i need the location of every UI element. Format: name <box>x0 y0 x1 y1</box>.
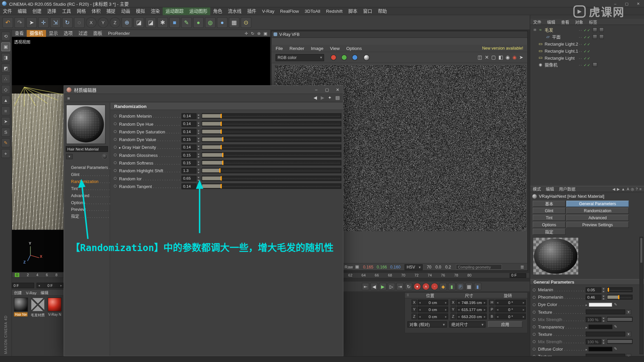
attr-value-field[interactable]: 0.46 <box>586 295 601 300</box>
expand-icon[interactable] <box>586 324 589 329</box>
secondary-viewport[interactable]: Y X Z <box>12 230 64 272</box>
object-tag-icon[interactable] <box>593 35 597 39</box>
nav-back-icon[interactable]: ◀ <box>612 187 615 191</box>
param-value-field[interactable]: 0.14 <box>181 183 196 189</box>
param-value-field[interactable]: 0.14 <box>181 121 196 127</box>
preview-ball-icon[interactable] <box>102 154 108 159</box>
object-tag-icon[interactable] <box>599 35 604 39</box>
text-size-icon[interactable]: A <box>627 187 629 191</box>
keyframe-selection-button[interactable]: ◆ <box>439 283 447 290</box>
menu-item[interactable]: 流水线 <box>225 7 245 15</box>
workplane-icon[interactable]: ⌗ <box>1 106 10 115</box>
material-browser-tab[interactable]: 编辑 <box>39 290 51 295</box>
red-channel-button[interactable] <box>331 55 336 60</box>
object-manager-tab[interactable]: 对象 <box>572 19 586 25</box>
texture-browse-button[interactable] <box>626 331 631 337</box>
render-view-icon[interactable]: ◪ <box>133 17 144 28</box>
object-row[interactable]: ▭ Rectangle Light.1 <box>530 47 644 54</box>
material-channel-item[interactable]: Advanced <box>64 192 110 199</box>
snap-grid-button[interactable]: ▦ <box>465 283 473 290</box>
blue-channel-button[interactable] <box>352 55 358 60</box>
attr-value-field[interactable]: 100 % <box>586 339 601 344</box>
param-slider[interactable] <box>202 129 341 134</box>
array-icon[interactable]: ▦ <box>229 17 239 28</box>
vfb-menu-item[interactable]: Options <box>346 46 362 51</box>
move-tool-icon[interactable]: ✛ <box>38 17 49 28</box>
size-field[interactable]: 663.203 cm <box>457 314 487 319</box>
enable-checks[interactable] <box>584 48 591 53</box>
search-icon[interactable]: ◎ <box>631 187 634 191</box>
goto-end-button[interactable]: ⇥ <box>396 283 404 290</box>
enable-checks[interactable] <box>584 62 591 67</box>
menu-item[interactable]: 3DToAll <box>302 7 323 15</box>
sphere-icon[interactable]: ● <box>217 17 228 28</box>
value-stepper[interactable] <box>197 152 201 158</box>
animation-dot-icon[interactable] <box>114 122 117 125</box>
live-selection-icon[interactable]: ➤ <box>26 17 37 28</box>
object-row[interactable]: ▭ Rectangle Light.2 <box>530 40 644 47</box>
visibility-dots[interactable] <box>579 48 582 53</box>
attributes-scrollbar[interactable] <box>640 237 643 354</box>
animation-dot-icon[interactable] <box>114 130 117 133</box>
texture-field[interactable] <box>586 309 625 314</box>
param-slider[interactable] <box>202 183 341 189</box>
size-field[interactable]: 748.195 cm <box>457 300 487 305</box>
interactive-render-icon[interactable]: ◉ <box>512 55 517 60</box>
enable-checks[interactable] <box>584 41 591 46</box>
model-mode-icon[interactable]: ▣ <box>1 42 10 51</box>
rotation-field[interactable]: 0 ° <box>495 300 526 305</box>
x-axis-lock-icon[interactable]: X <box>86 17 97 28</box>
animation-dot-icon[interactable] <box>114 161 117 164</box>
value-stepper[interactable] <box>602 339 605 344</box>
nav-forward-icon[interactable]: ▶ <box>617 187 620 191</box>
value-stepper[interactable] <box>197 175 201 181</box>
menu-item[interactable]: 工具 <box>59 7 74 15</box>
animation-dot-icon[interactable] <box>114 177 117 180</box>
object-manager-tab[interactable]: 编辑 <box>544 19 558 25</box>
menu-item[interactable]: 捕捉 <box>104 7 118 15</box>
zoom-view-icon[interactable]: ⊕ <box>257 31 261 35</box>
next-frame-button[interactable]: ▷ <box>388 283 395 290</box>
end-frame-field[interactable]: 0 F <box>510 273 526 278</box>
animation-dot-icon[interactable] <box>114 169 117 172</box>
last-tool-icon[interactable]: ◌ <box>74 17 85 28</box>
material-browser-tab[interactable]: 创建 <box>12 290 24 295</box>
z-axis-lock-icon[interactable]: Z <box>110 17 120 28</box>
maximize-view-icon[interactable]: ▣ <box>264 31 268 35</box>
menu-item[interactable]: 动画 <box>118 7 133 15</box>
viewport-menu-item[interactable]: 面板 <box>90 30 105 37</box>
menu-item[interactable]: 渲染 <box>148 7 163 15</box>
add-cube-icon[interactable]: ■ <box>169 17 180 28</box>
timeline-ruler[interactable]: 62646668707274767880 0 F <box>343 273 530 278</box>
attr-slider[interactable] <box>607 317 633 322</box>
volume-icon[interactable]: ◍ <box>205 17 216 28</box>
attr-value-field[interactable]: 100 % <box>586 317 601 322</box>
attr-slider[interactable] <box>607 339 633 344</box>
coord-system-icon[interactable]: ⊕ <box>121 17 132 28</box>
animation-dot-icon[interactable] <box>114 115 117 118</box>
value-stepper[interactable] <box>197 183 201 189</box>
material-channel-item[interactable]: Randomization <box>64 178 110 185</box>
attribute-tab[interactable]: 模式 <box>530 186 543 192</box>
object-manager-tab[interactable]: 标签 <box>586 19 600 25</box>
region-render-icon[interactable]: ▢ <box>491 55 496 60</box>
sphere-preview-icon[interactable] <box>364 54 370 60</box>
position-field[interactable]: 0 cm <box>418 300 448 305</box>
texture-browse-button[interactable] <box>626 354 631 356</box>
value-stepper[interactable] <box>197 129 201 134</box>
expand-icon[interactable] <box>534 28 538 32</box>
mouse-mode-icon[interactable]: ➤ <box>1 117 10 126</box>
size-field[interactable]: 615.177 cm <box>457 307 487 312</box>
value-stepper[interactable] <box>602 287 605 293</box>
scale-tool-icon[interactable]: ⇲ <box>50 17 61 28</box>
vfb-titlebar[interactable]: V-Ray VFB <box>271 31 527 38</box>
timeline-ruler-left[interactable]: 02468 <box>12 272 64 278</box>
viewport-menu-item[interactable]: 显示 <box>46 30 61 37</box>
record-keyframe-button[interactable]: ● <box>414 283 421 290</box>
visibility-dots[interactable] <box>579 41 582 46</box>
menu-item[interactable]: 文件 <box>0 7 15 15</box>
autokey-button[interactable]: A <box>422 283 430 290</box>
render-region-icon[interactable]: ◪ <box>145 17 156 28</box>
material-name-field[interactable]: Hair Next Material <box>66 146 108 152</box>
scene-strip[interactable] <box>12 85 64 230</box>
